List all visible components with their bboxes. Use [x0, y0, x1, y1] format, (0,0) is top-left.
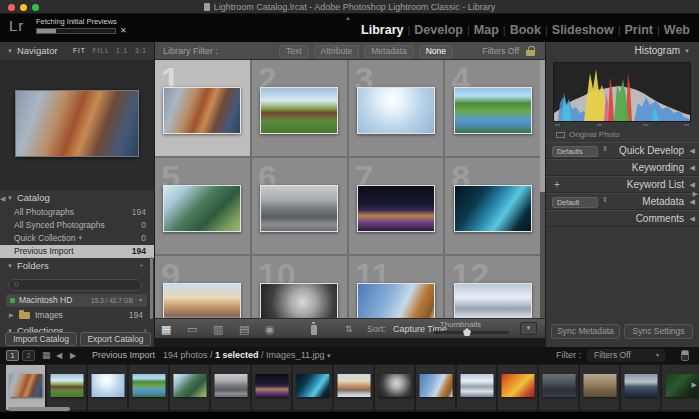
filmstrip-scrollbar[interactable]: [8, 407, 70, 411]
filmstrip-thumbnail-snowy-peaks[interactable]: [460, 374, 493, 397]
add-keyword-button[interactable]: +: [554, 177, 560, 192]
module-slideshow[interactable]: Slideshow: [552, 23, 614, 37]
filmstrip-cell-city-night[interactable]: [252, 365, 291, 410]
module-develop[interactable]: Develop: [414, 23, 463, 37]
section-expand-icon[interactable]: ◀: [690, 160, 695, 175]
left-panel-scrollbar[interactable]: [150, 257, 153, 319]
metadata-section[interactable]: Default ⇕ Metadata ◀: [546, 193, 699, 210]
grid-cell-lakeside-trees[interactable]: 4: [445, 60, 540, 156]
module-book[interactable]: Book: [510, 23, 541, 37]
filmstrip-status[interactable]: 194 photos / 1 selected / Images_11.jpg …: [163, 347, 331, 364]
folders-header[interactable]: ▼Folders +.: [0, 258, 154, 274]
preset-stepper-icon[interactable]: ⇕: [602, 145, 608, 153]
navigator-header[interactable]: ▼Navigator FIT FILL 1:1 3:1: [0, 42, 154, 60]
filmstrip-scroll-right-icon[interactable]: ▶: [692, 381, 697, 389]
toolbar-options-chevron[interactable]: ▼: [520, 322, 537, 335]
filmstrip-cell-mountain-sunrise[interactable]: [334, 365, 373, 410]
cancel-task-icon[interactable]: ✕: [120, 26, 127, 35]
preset-stepper-icon[interactable]: ⇕: [602, 196, 608, 204]
left-panel-collapse-icon[interactable]: ◀: [0, 195, 5, 203]
painter-tool-icon[interactable]: [311, 325, 317, 335]
catalog-item-all-synced-photographs[interactable]: All Synced Photographs 0: [0, 219, 154, 232]
filmstrip-cell-lake-reflection[interactable]: [621, 365, 660, 410]
histogram-header[interactable]: Histogram▼: [546, 42, 699, 60]
filmstrip-thumbnail-lake-reflection[interactable]: [624, 374, 657, 397]
go-forward-icon[interactable]: ▶: [70, 347, 76, 364]
filmstrip-thumbnail-mountain-sunrise[interactable]: [337, 374, 370, 397]
status-caret-icon[interactable]: ▾: [327, 352, 331, 359]
filmstrip-thumbnail-tiger-mountain[interactable]: [419, 374, 452, 397]
main-window-button[interactable]: 1: [6, 350, 19, 361]
metadata-preset-dropdown[interactable]: Default: [552, 197, 598, 208]
grid-cell-bw-portrait[interactable]: 10: [252, 256, 347, 318]
add-folder-button[interactable]: +.: [139, 258, 147, 274]
filter-option-none[interactable]: None: [419, 45, 453, 58]
filmstrip-cell-tiger-mountain[interactable]: [416, 365, 455, 410]
folder-expand-icon[interactable]: ▶: [9, 309, 14, 322]
filmstrip-thumbnail-gray-coast[interactable]: [542, 374, 575, 397]
quick-develop-preset-dropdown[interactable]: Defaults: [552, 146, 598, 157]
grid-cell-snowy-peaks[interactable]: 12: [445, 256, 540, 318]
filmstrip-cell-gray-coast[interactable]: [539, 365, 578, 410]
sync-metadata-button[interactable]: Sync Metadata: [551, 324, 620, 339]
grid-cell-blue-abstract[interactable]: 8: [445, 158, 540, 254]
grid-cell-fantasy-character[interactable]: 1: [155, 60, 250, 156]
zoom-fit[interactable]: FIT: [73, 47, 86, 54]
catalog-item-all-photographs[interactable]: All Photographs 194: [0, 206, 154, 219]
survey-view-icon[interactable]: ▤: [239, 319, 249, 339]
filter-option-text[interactable]: Text: [279, 45, 309, 58]
thumbnails-slider-knob[interactable]: [463, 328, 471, 336]
import-catalog-button[interactable]: Import Catalog: [5, 332, 77, 346]
catalog-header[interactable]: ▼Catalog: [0, 190, 154, 206]
top-panel-collapse-icon[interactable]: ▲: [345, 15, 351, 21]
sync-settings-button[interactable]: Sync Settings: [624, 324, 693, 339]
module-print[interactable]: Print: [624, 23, 652, 37]
filmstrip-cell-autumn-red[interactable]: [498, 365, 537, 410]
histogram-chart[interactable]: [553, 62, 691, 122]
filmstrip-thumbnail-barn-meadow[interactable]: [50, 374, 83, 397]
filmstrip-thumbnail-misty-valley[interactable]: [173, 374, 206, 397]
photo-thumbnail-barn-meadow[interactable]: [260, 87, 338, 134]
people-view-icon[interactable]: ◉: [265, 319, 275, 339]
filmstrip-thumbnail-autumn-red[interactable]: [501, 374, 534, 397]
grid-cell-misty-valley[interactable]: 5: [155, 158, 250, 254]
zoom-3-1[interactable]: 3:1: [135, 47, 147, 54]
filmstrip-thumbnail-desert-hills[interactable]: [583, 374, 616, 397]
filter-preset-value[interactable]: Filters Off: [482, 42, 519, 60]
filmstrip-thumbnail-city-night[interactable]: [255, 374, 288, 397]
grid-cell-barn-meadow[interactable]: 2: [252, 60, 347, 156]
photo-thumbnail-fantasy-character[interactable]: [163, 87, 241, 134]
section-expand-icon[interactable]: ◀: [690, 143, 695, 158]
quick-develop-section[interactable]: Defaults ⇕ Quick Develop ◀: [546, 142, 699, 159]
module-map[interactable]: Map: [474, 23, 499, 37]
filmstrip-thumbnail-blue-abstract[interactable]: [296, 374, 329, 397]
filmstrip-source[interactable]: Previous Import: [92, 347, 155, 364]
filmstrip-thumbnail-lakeside-trees[interactable]: [132, 374, 165, 397]
filmstrip-cell-desert-hills[interactable]: [580, 365, 619, 410]
photo-thumbnail-misty-valley[interactable]: [163, 185, 241, 232]
catalog-item-quick-collection[interactable]: Quick Collection + 0: [0, 232, 154, 245]
grid-view-shortcut-icon[interactable]: ▦: [42, 347, 51, 364]
grid-cell-tiger-mountain[interactable]: 11: [349, 256, 444, 318]
volume-browser[interactable]: Macintosh HD 15.3 / 42.7 GB ▼: [6, 294, 147, 307]
grid-view-icon[interactable]: ▦: [161, 319, 171, 339]
grid-cell-mountain-sunrise[interactable]: 9: [155, 256, 250, 318]
loupe-view-icon[interactable]: ▭: [187, 319, 197, 339]
photo-thumbnail-snowy-peaks[interactable]: [454, 283, 532, 318]
filmstrip-thumbnail-fantasy-character[interactable]: [9, 374, 42, 397]
zoom-fill[interactable]: FILL: [93, 47, 110, 54]
keywording-section[interactable]: Keywording ◀: [546, 159, 699, 176]
grid-cell-rail-yard[interactable]: 6: [252, 158, 347, 254]
filmstrip-thumbnail-rail-yard[interactable]: [214, 374, 247, 397]
filmstrip-cell-misty-valley[interactable]: [170, 365, 209, 410]
disclosure-triangle-icon[interactable]: ▼: [7, 48, 13, 54]
folder-item-images[interactable]: ▶ Images 194: [6, 309, 147, 322]
filmstrip-cell-bw-portrait[interactable]: [375, 365, 414, 410]
grid-cell-sunlit-blossoms[interactable]: 3: [349, 60, 444, 156]
module-web[interactable]: Web: [664, 23, 690, 37]
disclosure-triangle-icon[interactable]: ▼: [7, 195, 13, 201]
volume-disclosure-icon[interactable]: ▼: [138, 294, 143, 307]
filter-option-metadata[interactable]: Metadata: [364, 45, 413, 58]
filmstrip-cell-fantasy-character[interactable]: [6, 365, 45, 410]
filmstrip-cell-snowy-peaks[interactable]: [457, 365, 496, 410]
